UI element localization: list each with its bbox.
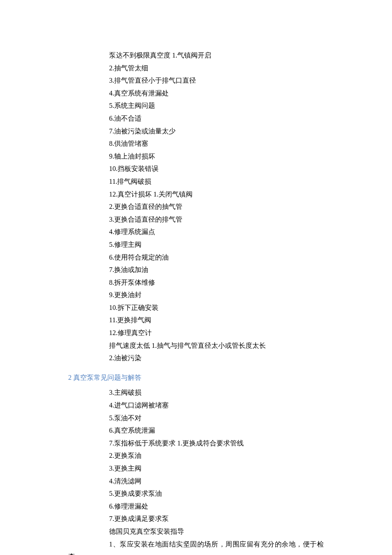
- text-line: 德国贝克真空泵安装指导: [68, 525, 324, 538]
- problem-block-2: 3.主阀破损 4.进气口滤网被堵塞 5.泵油不对 6.真空系统泄漏 7.泵指标低…: [68, 386, 324, 538]
- install-guide: 1、泵应安装在地面结实坚固的场所，周围应留有充分的余地，便于检查、 维护、保养。…: [68, 538, 324, 555]
- text-line: 排气速度太低 1.抽气与排气管直径太小或管长度太长: [68, 339, 324, 352]
- text-line: 6.修理泄漏处: [68, 500, 324, 513]
- text-line: 4.清洗滤网: [68, 475, 324, 488]
- text-line: 3.更换主阀: [68, 462, 324, 475]
- text-line: 12.真空计损坏 1.关闭气镇阀: [68, 188, 324, 201]
- text-line: 5.系统主阀问题: [68, 99, 324, 112]
- text-line: 2.油被污染: [68, 352, 324, 364]
- text-line: 3.主阀破损: [68, 386, 324, 399]
- text-line: 2.更换合适直径的抽气管: [68, 200, 324, 213]
- text-line: 5.更换成要求泵油: [68, 487, 324, 500]
- section-heading: 2 真空泵常见问题与解答: [68, 371, 324, 384]
- document-body: 泵达不到极限真空度 1.气镇阀开启 2.抽气管太细 3.排气管直径小于排气口直径…: [68, 49, 324, 555]
- text-line: 9.更换油封: [68, 289, 324, 301]
- text-line: 8.供油管堵塞: [68, 137, 324, 150]
- text-line: 7.油被污染或油量太少: [68, 125, 324, 138]
- text-line: 7.更换成满足要求泵: [68, 512, 324, 525]
- text-line: 3.更换合适直径的排气管: [68, 213, 324, 226]
- text-line: 4.修理系统漏点: [68, 225, 324, 238]
- text-line: 11.更换排气阀: [68, 314, 324, 327]
- text-line: 9.轴上油封损坏: [68, 150, 324, 163]
- paragraph-line: 1、泵应安装在地面结实坚固的场所，周围应留有充分的余地，便于检查、: [68, 538, 324, 555]
- text-line: 泵达不到极限真空度 1.气镇阀开启: [68, 49, 324, 62]
- text-line: 5.泵油不对: [68, 412, 324, 425]
- text-line: 4.真空系统有泄漏处: [68, 87, 324, 100]
- text-line: 7.泵指标低于系统要求 1.更换成符合要求管线: [68, 437, 324, 450]
- text-line: 6.真空系统泄漏: [68, 424, 324, 437]
- text-line: 10.拆下正确安装: [68, 301, 324, 314]
- text-line: 4.进气口滤网被堵塞: [68, 399, 324, 412]
- text-line: 5.修理主阀: [68, 238, 324, 251]
- text-line: 6.使用符合规定的油: [68, 251, 324, 264]
- text-line: 11.排气阀破损: [68, 175, 324, 188]
- text-line: 6.油不合适: [68, 112, 324, 125]
- text-line: 2.抽气管太细: [68, 62, 324, 75]
- text-line: 8.拆开泵体维修: [68, 276, 324, 289]
- problem-block-1: 泵达不到极限真空度 1.气镇阀开启 2.抽气管太细 3.排气管直径小于排气口直径…: [68, 49, 324, 364]
- text-line: 3.排气管直径小于排气口直径: [68, 74, 324, 87]
- text-line: 2.更换泵油: [68, 449, 324, 462]
- text-line: 7.换油或加油: [68, 263, 324, 276]
- text-line: 10.挡板安装错误: [68, 162, 324, 175]
- text-line: 12.修理真空计: [68, 327, 324, 339]
